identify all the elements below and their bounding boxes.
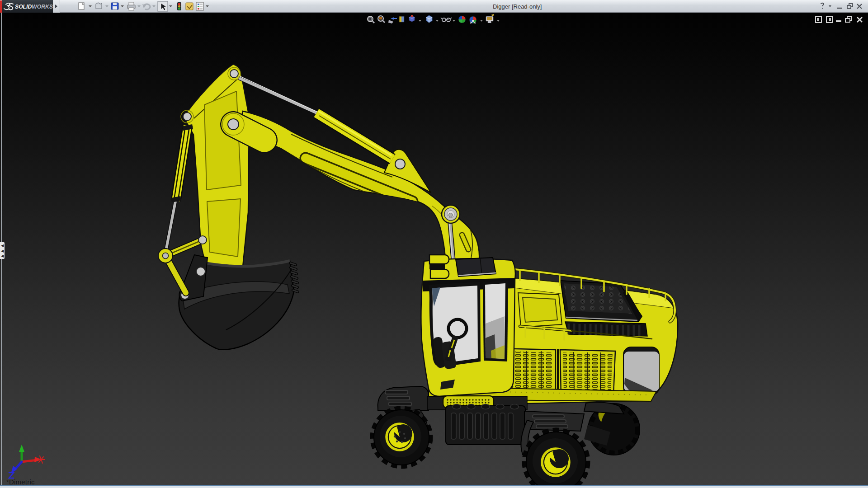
- svg-text:SOLIDWORKS: SOLIDWORKS: [15, 4, 53, 10]
